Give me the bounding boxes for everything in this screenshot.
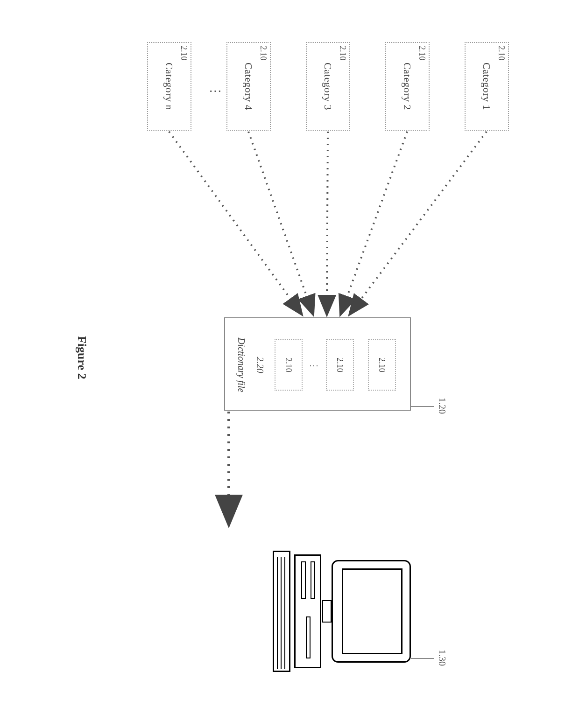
ref-label: 1.20 [437,398,447,414]
category-box-2: 2.10 Category 2 [385,42,430,131]
category-title: Category 2 [401,46,413,127]
ref-label: 2.10 [377,357,387,372]
svg-line-4 [248,132,313,314]
category-title: Category n [163,46,175,127]
ref-label: 2.10 [338,46,347,127]
category-title: Category 4 [242,46,254,127]
dictionary-item: 2.10 [275,339,303,391]
svg-line-3 [327,132,328,314]
dictionary-item: 2.10 [326,339,354,391]
svg-line-5 [169,132,301,314]
dictionary-label: Dictionary file [236,328,247,402]
ellipsis-vertical-icon: ⋯ [208,84,222,99]
ref-label: 2.10 [335,357,345,372]
category-title: Category 3 [322,46,334,127]
ellipsis-vertical-icon: ⋮ [309,361,320,371]
ref-label: 2.10 [179,46,189,127]
dictionary-item: 2.10 [368,339,396,391]
svg-line-2 [341,132,407,314]
leader-line [411,406,434,407]
ref-label: 2.10 [258,46,268,127]
cpu-icon [294,554,321,668]
figure-caption: Figure 2 [75,336,89,379]
svg-line-1 [350,132,487,314]
ref-label: 2.20 [254,339,265,391]
ref-label: 2.10 [284,357,294,372]
rotated-layout: 2.10 Category 1 2.10 Category 2 2.10 Cat… [0,0,579,728]
category-box-n: 2.10 Category n [147,42,191,131]
monitor-stand-icon [322,600,332,623]
diagram-stage: 2.10 Category 1 2.10 Category 2 2.10 Cat… [0,0,579,728]
keyboard-icon [273,551,290,672]
ref-label: 2.10 [496,46,506,127]
category-box-3: 2.10 Category 3 [306,42,350,131]
ref-label: 2.10 [417,46,427,127]
computer-icon [261,551,411,672]
dictionary-file-box: 2.10 2.10 ⋮ 2.10 2.20 Dictionary file [224,317,411,411]
category-box-1: 2.10 Category 1 [465,42,509,131]
leader-line [411,658,434,659]
category-title: Category 1 [480,46,493,127]
category-box-4: 2.10 Category 4 [226,42,271,131]
ref-label: 1.30 [437,650,447,666]
monitor-screen-icon [342,568,402,654]
